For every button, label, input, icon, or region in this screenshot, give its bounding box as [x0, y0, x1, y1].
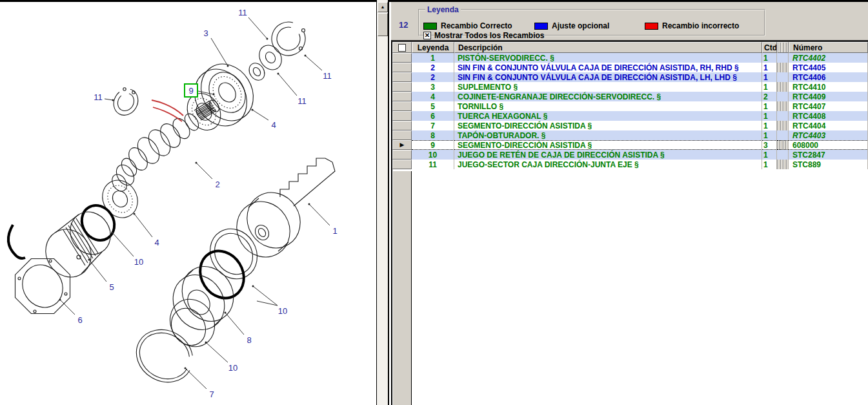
table-row[interactable]: 4COJINETE-ENGRANAJE DIRECCIÓN-SERVODIREC…: [392, 92, 868, 101]
callout-label-8[interactable]: 8: [247, 335, 251, 345]
table-row[interactable]: 8TAPÓN-OBTURADOR. §1RTC4403: [392, 130, 868, 140]
cell-qty: 1: [762, 111, 777, 121]
record-selector[interactable]: [392, 111, 412, 121]
cell-description: TORNILLO §: [454, 101, 762, 111]
callout-endpoint-dot: [308, 203, 310, 205]
cell-number: RTC4404: [789, 121, 868, 130]
callout-endpoint-dot: [59, 299, 61, 301]
scroll-up-icon: ▲: [381, 5, 385, 9]
callout-endpoint-dot: [112, 232, 114, 234]
table-row[interactable]: 10JUEGO DE RETÉN DE CAJA DE DIRECCIÓN AS…: [392, 150, 868, 160]
callout-leader-line: [112, 233, 134, 256]
table-row[interactable]: 6TUERCA HEXAGONAL §1RTC4408: [392, 111, 868, 121]
callout-endpoint-dot: [227, 65, 229, 67]
callout-label-11[interactable]: 11: [238, 8, 247, 17]
column-splitter-grip[interactable]: [777, 42, 789, 53]
callout-label-1[interactable]: 1: [332, 226, 337, 236]
cell-description: PISTÓN-SERVODIRECC. §: [454, 53, 762, 63]
callout-label-7[interactable]: 7: [209, 389, 214, 399]
cell-legend: 9: [412, 140, 454, 150]
column-header-numero[interactable]: Número: [789, 42, 868, 53]
table-row[interactable]: 1PISTÓN-SERVODIRECC. §1RTC4402: [392, 53, 868, 63]
scroll-up-button[interactable]: ▲: [378, 2, 388, 12]
show-all-checkbox[interactable]: ✕ Mostrar Todos los Recambios: [423, 31, 544, 40]
diagram-scrollbar[interactable]: ▲: [376, 0, 389, 405]
cell-legend: 10: [412, 150, 454, 160]
callout-label-10[interactable]: 10: [278, 306, 287, 316]
cell-qty: 1: [762, 72, 777, 82]
legend-swatch-optional: [534, 23, 548, 30]
record-selector[interactable]: [392, 121, 412, 130]
table-row[interactable]: ▶9SEGMENTO-DIRECCIÓN ASISTIDA §3608000: [392, 140, 868, 150]
column-header-ctd[interactable]: Ctd.: [762, 42, 777, 53]
table-row[interactable]: 7SEGMENTO-DIRECCIÓN ASISTIDA §1RTC4404: [392, 121, 868, 130]
callout-label-6[interactable]: 6: [77, 315, 82, 325]
callout-label-11[interactable]: 11: [323, 71, 332, 81]
exploded-diagram-pane[interactable]: 113111141121410568107109: [0, 2, 376, 405]
callout-label-5[interactable]: 5: [109, 282, 114, 292]
table-row[interactable]: 11JUEGO-SECTOR CAJA DIRECCIÓN-JUNTA EJE …: [392, 160, 868, 169]
cell-description: TUERCA HEXAGONAL §: [454, 111, 762, 121]
callout-label-10[interactable]: 10: [228, 363, 237, 373]
page-indicator: 12: [399, 20, 408, 30]
cell-qty: 1: [762, 160, 777, 169]
end-cover-part: [15, 257, 71, 315]
record-selector[interactable]: [392, 150, 412, 160]
record-selector[interactable]: [392, 82, 412, 92]
header-select-all-cell[interactable]: [392, 42, 412, 53]
legend-item-label: Ajuste opcional: [552, 21, 609, 30]
callout-label-2[interactable]: 2: [215, 180, 219, 189]
cell-qty: 1: [762, 53, 777, 63]
table-row[interactable]: 5TORNILLO §1RTC4407: [392, 101, 868, 111]
callout-label-4[interactable]: 4: [271, 120, 276, 130]
record-selector[interactable]: [392, 53, 412, 63]
callout-label-10[interactable]: 10: [134, 257, 143, 267]
callout-label-9[interactable]: 9: [188, 86, 193, 96]
cell-description: TAPÓN-OBTURADOR. §: [454, 130, 762, 140]
callout-leader-line: [60, 300, 75, 315]
record-selector[interactable]: [392, 130, 412, 140]
cell-legend: 5: [412, 101, 454, 111]
threaded-piston-part: [37, 204, 118, 286]
cell-splitter: [777, 63, 789, 72]
callout-label-11[interactable]: 11: [298, 96, 307, 106]
cell-qty: 1: [762, 130, 777, 140]
callout-endpoint-dot: [196, 162, 197, 164]
legend-swatch-correct: [423, 23, 437, 30]
cell-legend: 2: [412, 63, 454, 72]
cell-description: SIN FIN & CONJUNTO VÁLVULA CAJA DE DIREC…: [454, 63, 762, 72]
record-selector[interactable]: [392, 101, 412, 111]
legend-swatch-incorrect: [645, 23, 658, 30]
record-selector[interactable]: [392, 92, 412, 101]
table-row[interactable]: 2SIN FIN & CONJUNTO VÁLVULA CAJA DE DIRE…: [392, 72, 868, 82]
cell-splitter: [777, 160, 789, 169]
select-all-checkbox[interactable]: [398, 44, 406, 52]
record-selector[interactable]: [392, 160, 412, 169]
current-record-marker[interactable]: ▶: [392, 140, 412, 150]
cell-splitter: [777, 111, 789, 121]
record-selector[interactable]: [392, 63, 412, 72]
callout-label-11[interactable]: 11: [94, 92, 103, 102]
cell-qty: 2: [762, 92, 777, 101]
seal-ring-part: [192, 243, 253, 306]
table-row[interactable]: 2SIN FIN & CONJUNTO VÁLVULA CAJA DE DIRE…: [392, 63, 868, 72]
cell-splitter: [777, 82, 789, 92]
record-selector[interactable]: [392, 72, 412, 82]
table-row[interactable]: 3SUPLEMENTO §1RTC4410: [392, 82, 868, 92]
callout-leader-line: [105, 99, 113, 100]
record-selector-gutter: [392, 171, 412, 405]
callout-label-4[interactable]: 4: [154, 238, 159, 247]
callout-endpoint-dot: [252, 109, 254, 111]
oring-part: [76, 200, 121, 247]
column-header-leyenda[interactable]: Leyenda: [412, 42, 454, 53]
checkbox-check-icon[interactable]: ✕: [423, 32, 431, 39]
callout-leader-line: [305, 56, 322, 70]
callout-leader-line: [196, 163, 212, 179]
table-header-row: Leyenda Descripción Ctd. Número: [392, 42, 868, 53]
scrollbar-thumb[interactable]: [378, 13, 388, 36]
callout-label-3[interactable]: 3: [203, 28, 208, 38]
cell-legend: 11: [412, 160, 454, 169]
column-header-descripcion[interactable]: Descripción: [454, 42, 762, 53]
cell-description: JUEGO DE RETÉN DE CAJA DE DIRECCIÓN ASIS…: [454, 150, 762, 160]
cell-description: COJINETE-ENGRANAJE DIRECCIÓN-SERVODIRECC…: [454, 92, 762, 101]
